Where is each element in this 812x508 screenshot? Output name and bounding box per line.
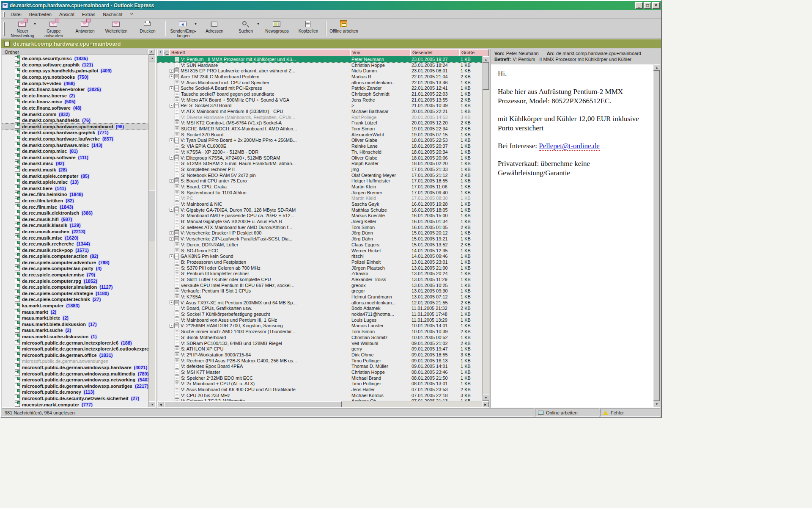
scroll-down-icon[interactable]: ▼: [653, 401, 660, 407]
scrollbar-thumb[interactable]: [483, 63, 489, 90]
message-row[interactable]: S: ATHLON XP CPUgerry09.01.2005 19:471 K…: [157, 346, 482, 352]
message-row[interactable]: V: Pentium - II MMX Prozessor mit Kühlkö…: [157, 56, 482, 62]
expand-thread-icon[interactable]: +: [170, 138, 173, 142]
toolbar-button-forward[interactable]: Weiterleiten: [101, 19, 132, 38]
message-row[interactable]: V: Diverse Hardware (Mainboards, Festpla…: [157, 114, 482, 120]
scroll-down-icon[interactable]: ▼: [149, 401, 156, 408]
message-row[interactable]: V: Micro ATX Board + 500MHz CPU + Sound …: [157, 97, 482, 103]
folder-item[interactable]: de.comp.software.graphik(121): [2, 62, 148, 68]
toolbar-button-addresses[interactable]: Adressen: [199, 19, 230, 38]
message-row[interactable]: V: 2x Mainboard + CPU (AT u. ATX)Timo Po…: [157, 381, 482, 387]
folder-item[interactable]: de.markt.comm(832): [2, 111, 148, 117]
folder-item[interactable]: de.rec.spiele.computer.strategie(1180): [2, 290, 148, 297]
message-row[interactable]: V: Asus Mainboard incl. CPU und Speicher…: [157, 80, 482, 86]
folder-item[interactable]: maus.markt(2): [2, 309, 148, 315]
folder-item[interactable]: microsoft.public.de.german.anwendungen: [2, 358, 148, 364]
message-row[interactable]: B: Prozessoren und FestplattenPolizei Ei…: [157, 259, 482, 265]
folder-item[interactable]: de.markt.comp.hardware.misc(143): [2, 142, 148, 148]
folder-item[interactable]: de.rec.musik.klassik(129): [2, 222, 148, 229]
folder-item[interactable]: de.rec.film.kritiken(82): [2, 198, 148, 204]
column-header-watch[interactable]: [163, 49, 169, 56]
expand-thread-icon[interactable]: +: [170, 86, 173, 90]
folder-item[interactable]: de.markt.comp.software(111): [2, 155, 148, 161]
folder-item[interactable]: de.rec.spiele.computer.technik(27): [2, 296, 148, 303]
folder-item[interactable]: de.rec.musik.rock+pop(1571): [2, 247, 148, 253]
toolbar-button-print[interactable]: Drucken: [132, 19, 163, 38]
message-row[interactable]: Tausche sockel7 board gegen pci soundkar…: [157, 91, 482, 97]
folder-item[interactable]: de.markt.misc(92): [2, 160, 148, 167]
folder-pane-close-icon[interactable]: ×: [148, 49, 154, 55]
message-row[interactable]: S: VIA EPIA CL6000EReinke Lane18.01.2005…: [157, 143, 482, 149]
folder-item[interactable]: muenster.markt.computer(777): [2, 401, 148, 408]
message-row[interactable]: S: Notebook EDO-RAM 5V 2x72 pinOlaf Oete…: [157, 172, 482, 178]
message-row[interactable]: Suche immer noch: AMD 1400 Prozessor (Th…: [157, 329, 482, 334]
error-status[interactable]: Fehler: [600, 409, 660, 417]
folder-item[interactable]: de.rec.musik.elektronisch(386): [2, 210, 148, 216]
folder-item[interactable]: de.etc.finanz.banken+broker(3025): [2, 86, 148, 93]
expand-thread-icon[interactable]: +: [170, 179, 173, 183]
folder-item[interactable]: de.markt.comp.hardware.laufwerke(857): [2, 136, 148, 142]
message-row[interactable]: V: Asus Mainboard mit K6 400 CPU und ATI…: [157, 387, 482, 392]
message-row[interactable]: V: Mainboard & NICSascha Gayk16.01.2005 …: [157, 201, 482, 207]
column-header-from[interactable]: Von: [350, 49, 410, 56]
message-row[interactable]: S: Sockel 7 Kühlkörperbefestigung gesuch…: [157, 311, 482, 317]
menu-ansicht[interactable]: Ansicht: [55, 11, 78, 18]
message-row[interactable]: +Re: S: Sockel 370 Board>21.01.2005 10:3…: [157, 103, 482, 109]
message-row[interactable]: +V: Gigabyte GA-7IXE4, Duron 700, 128 MB…: [157, 207, 482, 213]
toolbar-button-offline[interactable]: Offline arbeiten: [328, 19, 359, 38]
message-row[interactable]: V: CPU 20 bis 233 MHzMichael Kordus07.01…: [157, 392, 482, 398]
maximize-button[interactable]: □: [644, 2, 651, 9]
message-row[interactable]: V: defektes Epox Board 4PEAThomas D. Mül…: [157, 363, 482, 369]
scroll-right-icon[interactable]: ▶: [482, 401, 489, 408]
folder-item[interactable]: de.markt.comp.misc(81): [2, 148, 148, 155]
folder-item[interactable]: ka.markt.computer(1883): [2, 303, 148, 309]
message-row[interactable]: SUCHE IMMER NOCH: ATX-Mainboard f. AMD A…: [157, 126, 482, 132]
column-header-sent[interactable]: Gesendet: [410, 49, 459, 56]
toolbar-button-find[interactable]: ▼Suchen: [230, 19, 261, 38]
folder-item[interactable]: de.markt.spiele.misc(13): [2, 179, 148, 185]
expand-thread-icon[interactable]: +: [170, 254, 173, 258]
toolbar-button-send-receive[interactable]: ▼Senden/Emp- fangen: [167, 19, 199, 38]
scrollbar-thumb[interactable]: [653, 71, 660, 401]
folder-item[interactable]: de.markt.musik(28): [2, 167, 148, 173]
message-row[interactable]: V: MSI KT2 Combo-L (MS-6764 (V1.x)) Sock…: [157, 120, 482, 126]
message-row[interactable]: S: Sockel 370 BoardAlexanderWichl19.01.2…: [157, 132, 482, 138]
message-row[interactable]: B: Manual Gigabyte GA-BX2000+ u. Asus P5…: [157, 218, 482, 224]
title-bar[interactable]: de.markt.comp.hardware.cpu+mainboard - O…: [1, 1, 661, 10]
folder-item[interactable]: de.rec.musik.recherche(1344): [2, 241, 148, 247]
message-row[interactable]: V: Board, CPUs, Grafikkarten usw.Bodo Ad…: [157, 306, 482, 312]
folder-item[interactable]: de.rec.spiele.computer.adventure(798): [2, 260, 148, 266]
folder-item[interactable]: de.markt.spiele.computer(85): [2, 173, 148, 179]
message-list-horizontal-scrollbar[interactable]: ◀ ▶: [157, 401, 489, 407]
toolbar-button-headers[interactable]: Kopfzeilen: [293, 19, 324, 38]
folder-item[interactable]: maus.markt.biete(2): [2, 315, 148, 321]
menu-nachricht[interactable]: Nachricht: [99, 11, 126, 18]
toolbar-button-new-post[interactable]: ▼Neuer Newsbeitrag: [7, 19, 38, 38]
column-header-priority[interactable]: !: [157, 49, 163, 56]
message-row[interactable]: Verkaufe: Pentium III Slot 1 CPUsgregor1…: [157, 288, 482, 294]
expand-thread-icon[interactable]: +: [170, 208, 173, 212]
folder-item[interactable]: microsoft.public.de.german.inetexplorer.…: [2, 340, 148, 346]
menu-bearbeiten[interactable]: Bearbeiten: [25, 11, 55, 18]
message-row[interactable]: V: Rechner (PIII Asus P2B-S Matrox G400,…: [157, 358, 482, 364]
folder-item[interactable]: de.rec.spiele.computer.lan-party(4): [2, 265, 148, 272]
menu-extras[interactable]: Extras: [78, 11, 99, 18]
preview-scrollbar[interactable]: ▲ ▼: [653, 64, 660, 407]
folder-item[interactable]: de.comp.security.misc(1835): [2, 55, 148, 62]
message-row[interactable]: +V: Tyan Dual PPro Board + 2x 200MHz PPr…: [157, 138, 482, 144]
folder-item[interactable]: microsoft.public.de.german.windowsxp.net…: [2, 377, 148, 383]
column-header-subject[interactable]: Betreff: [169, 49, 350, 56]
message-row[interactable]: V: SUN HardwareChristian Hoppe23.01.2005…: [157, 62, 482, 68]
toolbar-button-reply-group[interactable]: Gruppe antworten: [38, 19, 69, 38]
close-button[interactable]: ×: [652, 2, 660, 9]
message-row[interactable]: S: Slot1 Lüfter / Kühler oder komplette …: [157, 276, 482, 282]
expand-thread-icon[interactable]: +: [170, 156, 173, 160]
folder-item[interactable]: microsoft.public.de.german.windowsxp.har…: [2, 364, 148, 371]
chevron-down-icon[interactable]: ▼: [257, 22, 260, 25]
message-row[interactable]: V: Board, CPU, GrakaMartin Klein17.01.20…: [157, 184, 482, 190]
folder-item[interactable]: de.markt.comp.hardware.graphik(771): [2, 130, 148, 136]
scrollbar-thumb[interactable]: [149, 190, 155, 241]
menu-[interactable]: ?: [126, 11, 137, 18]
minimize-button[interactable]: _: [635, 2, 643, 9]
folder-item[interactable]: de.rec.spiele.computer.action(82): [2, 253, 148, 260]
